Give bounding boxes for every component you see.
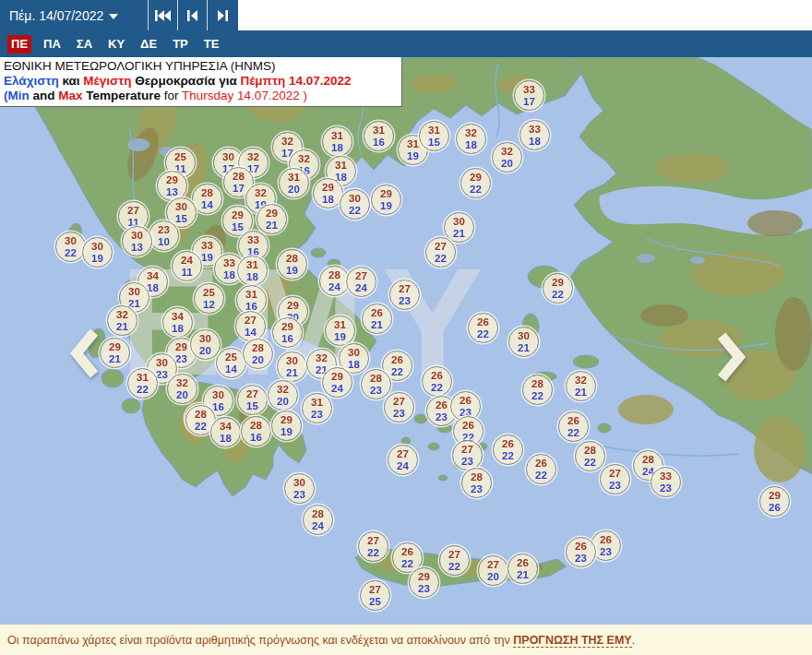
max-temp: 27 — [369, 584, 381, 596]
max-temp: 28 — [370, 373, 382, 385]
tab-day-de[interactable]: ΔΕ — [137, 35, 161, 54]
min-temp: 19 — [407, 150, 419, 162]
temp-marker: 2923 — [409, 567, 439, 598]
temp-marker: 3022 — [55, 232, 86, 262]
temp-marker: 3220 — [492, 142, 522, 173]
temp-marker: 3013 — [122, 226, 152, 256]
temp-marker: 3123 — [302, 393, 332, 423]
min-temp: 20 — [288, 184, 300, 196]
temp-marker: 2724 — [346, 267, 376, 297]
min-temp: 24 — [328, 281, 340, 293]
max-temp: 29 — [109, 341, 121, 353]
max-temp: 28 — [233, 171, 245, 183]
min-temp: 16 — [373, 137, 385, 149]
max-temp: 32 — [575, 375, 587, 387]
min-temp: 18 — [220, 433, 232, 445]
min-temp: 23 — [471, 483, 483, 495]
temp-marker: 2823 — [461, 468, 492, 498]
temp-marker: 3020 — [190, 329, 221, 360]
temp-marker: 2310 — [149, 220, 179, 251]
tab-day-ky[interactable]: ΚΥ — [104, 35, 128, 54]
min-temp: 22 — [367, 547, 379, 559]
min-temp: 22 — [349, 205, 361, 217]
temp-marker: 2622 — [558, 411, 589, 442]
max-temp: 26 — [477, 316, 489, 328]
min-temp: 23 — [436, 411, 448, 423]
max-temp: 32 — [176, 377, 188, 389]
date-dropdown-button[interactable]: Πέμ. 14/07/2022 — [0, 0, 148, 30]
title-part: and — [30, 89, 59, 102]
min-temp: 23 — [399, 295, 411, 307]
tab-day-te[interactable]: ΤΕ — [200, 35, 223, 54]
min-temp: 21 — [453, 228, 465, 240]
max-temp: 26 — [535, 458, 547, 470]
agency-title: ΕΘΝΙΚΗ ΜΕΤΕΩΡΟΛΟΓΙΚΗ ΥΠΗΡΕΣΙΑ (HNMS) — [4, 59, 397, 74]
min-temp: 12 — [203, 299, 215, 311]
min-temp: 18 — [246, 271, 258, 283]
temp-marker: 2916 — [272, 317, 303, 348]
min-temp: 21 — [518, 342, 530, 354]
tab-day-pa[interactable]: ΠΑ — [40, 35, 65, 54]
temp-marker: 2922 — [543, 273, 573, 304]
min-temp: 21 — [266, 220, 278, 232]
temp-marker: 3116 — [364, 121, 394, 151]
next-map-arrow[interactable] — [714, 330, 747, 384]
min-temp: 15 — [246, 400, 258, 412]
max-temp: 26 — [436, 399, 448, 411]
tab-day-tr[interactable]: ΤΡ — [169, 35, 192, 54]
max-temp: 27 — [435, 241, 447, 253]
min-temp: 21 — [286, 367, 298, 379]
min-temp: 15 — [232, 221, 244, 233]
max-temp: 33 — [529, 124, 541, 136]
max-temp: 28 — [201, 187, 213, 199]
disclaimer-period: . — [632, 634, 635, 647]
min-temp: 17 — [523, 96, 535, 108]
temp-marker: 2725 — [360, 580, 390, 611]
max-temp: 27 — [127, 205, 139, 217]
max-temp: 31 — [407, 138, 419, 150]
temp-marker: 3221 — [107, 305, 137, 336]
hnms-forecast-page: Πέμ. 14/07/2022 — [0, 0, 812, 655]
max-temp: 26 — [502, 438, 514, 450]
temp-marker: 3115 — [419, 121, 449, 151]
title-part: Thursday 14.07.2022 ) — [182, 89, 307, 102]
temp-marker: 3218 — [456, 124, 486, 154]
temp-marker: 2819 — [277, 249, 307, 280]
temp-marker: 2622 — [468, 313, 498, 343]
tab-day-pe[interactable]: ΠΕ — [7, 35, 31, 54]
max-temp: 32 — [281, 136, 293, 148]
min-temp: 14 — [245, 327, 257, 339]
min-temp: 16 — [212, 401, 224, 413]
next-day-button[interactable] — [207, 0, 236, 30]
map-title-box: ΕΘΝΙΚΗ ΜΕΤΕΩΡΟΛΟΓΙΚΗ ΥΠΗΡΕΣΙΑ (HNMS) Ελά… — [0, 57, 402, 107]
tab-day-sa[interactable]: ΣΑ — [73, 35, 96, 54]
map-subtitle-greek: Ελάχιστη και Μέγιστη Θερμοκρασία για Πέμ… — [4, 74, 397, 89]
min-temp: 20 — [487, 571, 499, 583]
max-temp: 30 — [175, 201, 187, 213]
min-temp: 19 — [91, 253, 103, 265]
emy-forecast-link[interactable]: ΠΡΟΓΝΩΣΗ ΤΗΣ ΕΜΥ — [513, 634, 631, 648]
max-temp: 31 — [245, 289, 257, 301]
min-temp: 20 — [199, 345, 211, 357]
day-tabs-bar: ΠΕ ΠΑ ΣΑ ΚΥ ΔΕ ΤΡ ΤΕ — [0, 30, 812, 57]
max-temp: 28 — [286, 253, 298, 265]
max-temp: 29 — [281, 414, 293, 426]
max-temp: 26 — [401, 546, 413, 558]
max-temp: 28 — [250, 420, 262, 432]
max-temp: 24 — [181, 255, 193, 267]
previous-day-button[interactable] — [177, 0, 207, 30]
min-temp: 24 — [397, 460, 409, 472]
max-temp: 29 — [470, 172, 482, 184]
min-temp: 22 — [391, 366, 403, 378]
previous-map-arrow[interactable] — [68, 327, 102, 380]
min-temp: 22 — [448, 561, 460, 573]
temp-marker: 2921 — [257, 204, 287, 234]
min-temp: 25 — [369, 596, 381, 608]
temp-marker: 3120 — [279, 168, 309, 198]
min-temp: 24 — [312, 520, 324, 532]
temp-marker: 2926 — [759, 486, 790, 517]
max-temp: 28 — [642, 454, 654, 466]
max-temp: 27 — [393, 396, 405, 408]
map-subtitle-english: (Min and Max Temperature for Thursday 14… — [4, 89, 397, 103]
skip-to-first-button[interactable] — [148, 0, 177, 30]
